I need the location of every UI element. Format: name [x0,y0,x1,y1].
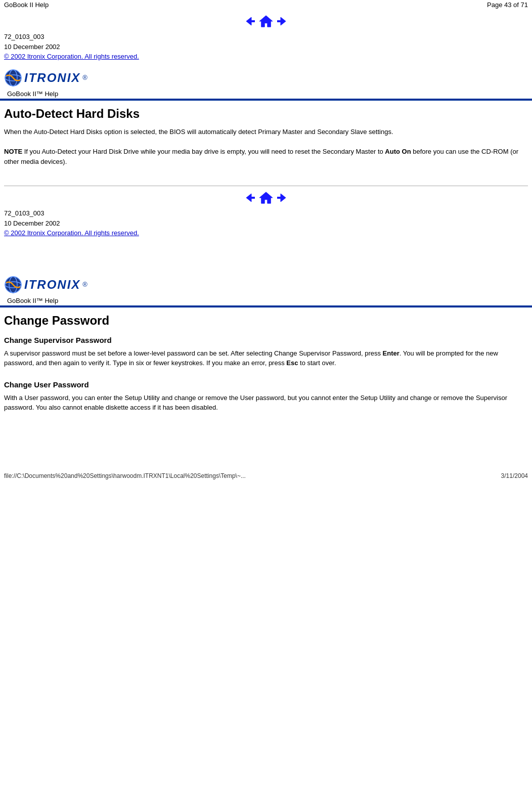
footer-bar: file://C:\Documents%20and%20Settings\har… [0,471,532,480]
note-text: If you Auto-Detect your Hard Disk Drive … [22,148,385,155]
doc-id: 72_0103_003 [4,32,528,42]
itronix-logo: ITRONIX® [4,69,87,87]
svg-rect-10 [251,197,255,199]
itronix-logo-2: ITRONIX® [4,276,87,294]
note-bold: Auto On [385,148,411,155]
globe-icon [4,69,22,87]
subsection1-bold1: Enter [383,349,400,357]
footer-date: 3/11/2004 [501,472,528,479]
svg-rect-4 [277,20,281,22]
bottom-logo-section: ITRONIX® [0,273,532,296]
svg-marker-12 [281,194,286,202]
svg-marker-0 [246,17,251,25]
back-arrow-icon-2[interactable] [244,192,256,203]
copyright-link[interactable]: © 2002 Itronix Corporation. All rights r… [4,53,139,60]
top-header-bar: GoBook II™ Help [0,89,532,100]
top-meta: 72_0103_003 10 December 2002 © 2002 Itro… [0,32,532,66]
bottom-nav-arrows-1 [0,191,532,204]
top-logo-section: ITRONIX® [0,66,532,89]
copyright-link-2[interactable]: © 2002 Itronix Corporation. All rights r… [4,229,139,237]
section1-paragraph1: When the Auto-Detect Hard Disks option i… [4,127,528,137]
footer-path: file://C:\Documents%20and%20Settings\har… [4,472,246,479]
page-info: Page 43 of 71 [487,1,528,9]
subsection1-text3: to start over. [298,359,336,367]
subsection2-paragraph: With a User password, you can enter the … [4,393,528,413]
section1-body1: When the Auto-Detect Hard Disks option i… [0,125,532,145]
subsection1-title: Change Supervisor Password [0,332,532,346]
svg-marker-3 [281,17,286,25]
section-divider-1 [4,186,528,186]
bottom-meta: 72_0103_003 10 December 2002 © 2002 Itro… [0,208,532,242]
globe-icon-2 [4,276,22,294]
note-label: NOTE [4,148,22,155]
subsection1-body: A supervisor password must be set before… [0,346,532,376]
subsection2-body: With a User password, you can enter the … [0,391,532,421]
doc-date-2: 10 December 2002 [4,218,528,229]
header-subtitle-2: GoBook II™ Help [7,297,58,304]
home-icon[interactable] [258,15,274,28]
forward-arrow-icon[interactable] [276,16,288,27]
subsection1-bold2: Esc [286,359,298,367]
top-bar: GoBook II Help Page 43 of 71 [0,0,532,10]
forward-arrow-icon-2[interactable] [276,192,288,203]
note-block: NOTE If you Auto-Detect your Hard Disk D… [0,145,532,170]
registered-symbol: ® [82,74,87,81]
app-title: GoBook II Help [4,1,49,9]
subsection2-title: Change User Password [0,376,532,391]
bottom-header-bar: GoBook II™ Help [0,296,532,306]
subsection1-paragraph: A supervisor password must be set before… [4,348,528,368]
brand-name: ITRONIX [24,71,80,85]
svg-marker-2 [259,16,273,27]
section1-title: Auto-Detect Hard Disks [0,101,532,125]
doc-date: 10 December 2002 [4,42,528,52]
header-subtitle: GoBook II™ Help [7,90,58,98]
registered-symbol-2: ® [82,281,87,288]
svg-marker-11 [259,192,273,203]
subsection1-text1: A supervisor password must be set before… [4,349,383,357]
svg-marker-9 [246,194,251,202]
back-arrow-icon[interactable] [244,16,256,27]
brand-name-2: ITRONIX [24,278,80,292]
home-icon-2[interactable] [258,191,274,204]
doc-id-2: 72_0103_003 [4,208,528,218]
top-nav-arrows [0,15,532,28]
svg-rect-13 [277,197,281,199]
svg-rect-1 [251,20,255,22]
section2-title: Change Password [0,307,532,332]
